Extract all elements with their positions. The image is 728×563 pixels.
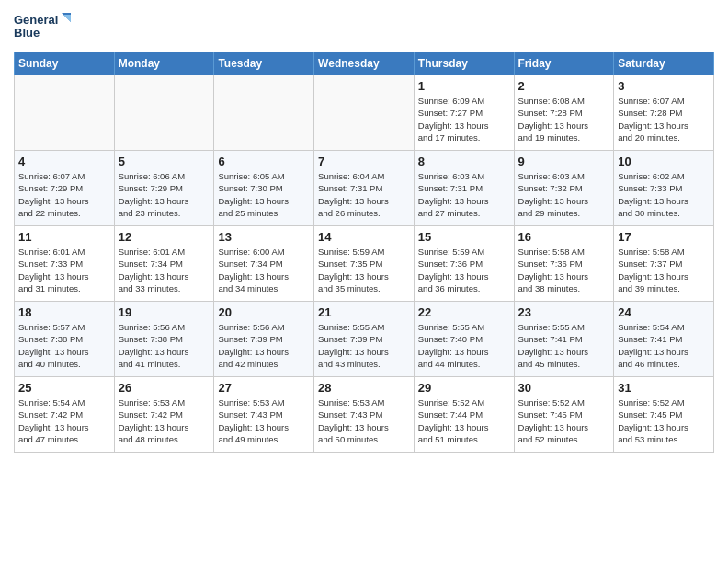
day-number: 3 xyxy=(618,79,710,93)
calendar-cell: 19Sunrise: 5:56 AMSunset: 7:38 PMDayligh… xyxy=(114,302,214,377)
calendar-table: SundayMondayTuesdayWednesdayThursdayFrid… xyxy=(14,52,714,453)
day-info: Sunrise: 6:02 AMSunset: 7:33 PMDaylight:… xyxy=(618,170,710,219)
logo: General Blue xyxy=(14,9,78,46)
header: General Blue xyxy=(14,9,714,46)
day-number: 19 xyxy=(119,305,210,319)
day-number: 26 xyxy=(119,381,210,395)
calendar-week-row: 25Sunrise: 5:54 AMSunset: 7:42 PMDayligh… xyxy=(15,377,714,453)
day-number: 18 xyxy=(18,305,110,319)
day-number: 1 xyxy=(418,79,510,93)
day-info: Sunrise: 5:52 AMSunset: 7:44 PMDaylight:… xyxy=(418,396,510,445)
calendar-cell: 7Sunrise: 6:04 AMSunset: 7:31 PMDaylight… xyxy=(314,151,415,226)
calendar-cell: 12Sunrise: 6:01 AMSunset: 7:34 PMDayligh… xyxy=(114,226,214,302)
calendar-cell: 14Sunrise: 5:59 AMSunset: 7:35 PMDayligh… xyxy=(314,226,415,302)
day-info: Sunrise: 6:07 AMSunset: 7:29 PMDaylight:… xyxy=(18,170,110,219)
day-info: Sunrise: 5:55 AMSunset: 7:39 PMDaylight:… xyxy=(318,321,410,370)
calendar-week-row: 4Sunrise: 6:07 AMSunset: 7:29 PMDaylight… xyxy=(15,151,714,226)
day-info: Sunrise: 5:59 AMSunset: 7:35 PMDaylight:… xyxy=(318,246,410,294)
day-number: 2 xyxy=(518,79,610,93)
calendar-cell: 8Sunrise: 6:03 AMSunset: 7:31 PMDaylight… xyxy=(414,151,514,226)
calendar-cell: 27Sunrise: 5:53 AMSunset: 7:43 PMDayligh… xyxy=(214,377,314,453)
day-info: Sunrise: 5:53 AMSunset: 7:43 PMDaylight:… xyxy=(318,396,410,445)
calendar-cell: 15Sunrise: 5:59 AMSunset: 7:36 PMDayligh… xyxy=(414,226,514,302)
svg-marker-3 xyxy=(63,15,71,22)
day-info: Sunrise: 5:55 AMSunset: 7:40 PMDaylight:… xyxy=(418,321,510,370)
calendar-cell: 17Sunrise: 5:58 AMSunset: 7:37 PMDayligh… xyxy=(614,226,714,302)
weekday-header: Saturday xyxy=(614,52,714,75)
day-info: Sunrise: 5:57 AMSunset: 7:38 PMDaylight:… xyxy=(18,321,110,370)
day-number: 8 xyxy=(418,155,510,168)
day-info: Sunrise: 5:54 AMSunset: 7:42 PMDaylight:… xyxy=(18,396,110,445)
day-info: Sunrise: 5:58 AMSunset: 7:36 PMDaylight:… xyxy=(518,246,610,294)
calendar-cell: 9Sunrise: 6:03 AMSunset: 7:32 PMDaylight… xyxy=(514,151,614,226)
day-info: Sunrise: 5:53 AMSunset: 7:42 PMDaylight:… xyxy=(119,396,210,445)
day-info: Sunrise: 6:01 AMSunset: 7:33 PMDaylight:… xyxy=(18,246,110,294)
calendar-cell: 20Sunrise: 5:56 AMSunset: 7:39 PMDayligh… xyxy=(214,302,314,377)
day-number: 4 xyxy=(18,155,110,168)
calendar-cell: 6Sunrise: 6:05 AMSunset: 7:30 PMDaylight… xyxy=(214,151,314,226)
day-info: Sunrise: 6:01 AMSunset: 7:34 PMDaylight:… xyxy=(119,246,210,294)
day-number: 5 xyxy=(119,155,210,168)
day-number: 13 xyxy=(218,230,310,244)
day-number: 9 xyxy=(518,155,610,168)
calendar-cell xyxy=(114,75,214,151)
calendar-cell: 16Sunrise: 5:58 AMSunset: 7:36 PMDayligh… xyxy=(514,226,614,302)
svg-text:General: General xyxy=(14,13,58,27)
day-number: 30 xyxy=(518,381,610,395)
day-info: Sunrise: 5:52 AMSunset: 7:45 PMDaylight:… xyxy=(518,396,610,445)
calendar-cell xyxy=(314,75,415,151)
day-number: 28 xyxy=(318,381,410,395)
day-info: Sunrise: 6:09 AMSunset: 7:27 PMDaylight:… xyxy=(418,95,510,144)
day-number: 31 xyxy=(618,381,710,395)
day-number: 6 xyxy=(218,155,310,168)
day-info: Sunrise: 5:52 AMSunset: 7:45 PMDaylight:… xyxy=(618,396,710,445)
day-info: Sunrise: 6:03 AMSunset: 7:32 PMDaylight:… xyxy=(518,170,610,219)
day-info: Sunrise: 5:54 AMSunset: 7:41 PMDaylight:… xyxy=(618,321,710,370)
day-number: 7 xyxy=(318,155,410,168)
calendar-cell: 3Sunrise: 6:07 AMSunset: 7:28 PMDaylight… xyxy=(614,75,714,151)
calendar-cell: 30Sunrise: 5:52 AMSunset: 7:45 PMDayligh… xyxy=(514,377,614,453)
weekday-header: Monday xyxy=(114,52,214,75)
day-info: Sunrise: 5:56 AMSunset: 7:39 PMDaylight:… xyxy=(218,321,310,370)
day-number: 10 xyxy=(618,155,710,168)
weekday-header-row: SundayMondayTuesdayWednesdayThursdayFrid… xyxy=(15,52,714,75)
calendar-cell: 11Sunrise: 6:01 AMSunset: 7:33 PMDayligh… xyxy=(15,226,115,302)
page-container: General Blue SundayMondayTuesdayWednesda… xyxy=(0,0,728,462)
calendar-cell: 31Sunrise: 5:52 AMSunset: 7:45 PMDayligh… xyxy=(614,377,714,453)
day-info: Sunrise: 5:53 AMSunset: 7:43 PMDaylight:… xyxy=(218,396,310,445)
calendar-cell: 25Sunrise: 5:54 AMSunset: 7:42 PMDayligh… xyxy=(15,377,115,453)
day-info: Sunrise: 6:06 AMSunset: 7:29 PMDaylight:… xyxy=(119,170,210,219)
day-info: Sunrise: 6:00 AMSunset: 7:34 PMDaylight:… xyxy=(218,246,310,294)
day-info: Sunrise: 6:05 AMSunset: 7:30 PMDaylight:… xyxy=(218,170,310,219)
day-number: 15 xyxy=(418,230,510,244)
svg-text:Blue: Blue xyxy=(14,26,40,40)
weekday-header: Sunday xyxy=(15,52,115,75)
calendar-week-row: 11Sunrise: 6:01 AMSunset: 7:33 PMDayligh… xyxy=(15,226,714,302)
day-info: Sunrise: 6:03 AMSunset: 7:31 PMDaylight:… xyxy=(418,170,510,219)
calendar-cell: 21Sunrise: 5:55 AMSunset: 7:39 PMDayligh… xyxy=(314,302,415,377)
day-number: 14 xyxy=(318,230,410,244)
weekday-header: Thursday xyxy=(414,52,514,75)
day-info: Sunrise: 6:04 AMSunset: 7:31 PMDaylight:… xyxy=(318,170,410,219)
weekday-header: Tuesday xyxy=(214,52,314,75)
calendar-week-row: 18Sunrise: 5:57 AMSunset: 7:38 PMDayligh… xyxy=(15,302,714,377)
day-number: 11 xyxy=(18,230,110,244)
day-number: 23 xyxy=(518,305,610,319)
day-number: 29 xyxy=(418,381,510,395)
weekday-header: Wednesday xyxy=(314,52,415,75)
day-number: 22 xyxy=(418,305,510,319)
day-number: 16 xyxy=(518,230,610,244)
day-info: Sunrise: 5:56 AMSunset: 7:38 PMDaylight:… xyxy=(119,321,210,370)
calendar-cell: 23Sunrise: 5:55 AMSunset: 7:41 PMDayligh… xyxy=(514,302,614,377)
weekday-header: Friday xyxy=(514,52,614,75)
calendar-cell: 5Sunrise: 6:06 AMSunset: 7:29 PMDaylight… xyxy=(114,151,214,226)
calendar-cell xyxy=(15,75,115,151)
calendar-cell: 28Sunrise: 5:53 AMSunset: 7:43 PMDayligh… xyxy=(314,377,415,453)
day-number: 24 xyxy=(618,305,710,319)
day-number: 21 xyxy=(318,305,410,319)
calendar-cell: 4Sunrise: 6:07 AMSunset: 7:29 PMDaylight… xyxy=(15,151,115,226)
day-info: Sunrise: 6:08 AMSunset: 7:28 PMDaylight:… xyxy=(518,95,610,144)
logo-svg: General Blue xyxy=(14,9,78,46)
calendar-cell: 10Sunrise: 6:02 AMSunset: 7:33 PMDayligh… xyxy=(614,151,714,226)
day-info: Sunrise: 5:58 AMSunset: 7:37 PMDaylight:… xyxy=(618,246,710,294)
